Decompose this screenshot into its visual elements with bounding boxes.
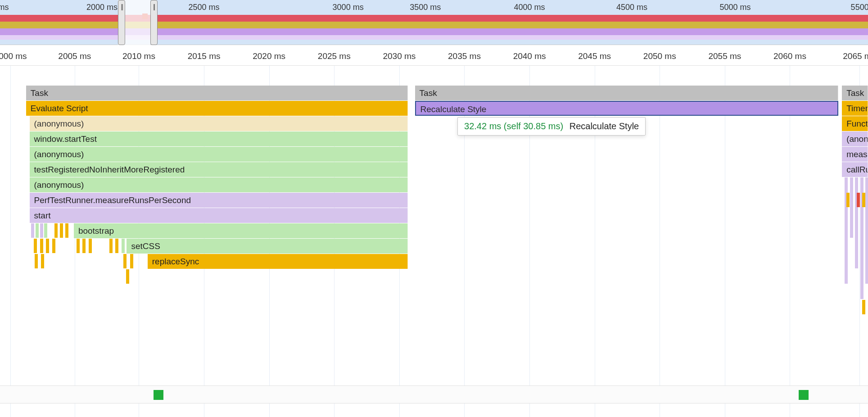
flame-chart[interactable]: TaskTaskTaskEvaluate ScriptRecalculate S… bbox=[0, 66, 868, 417]
ruler-tick: 2015 ms bbox=[188, 51, 221, 61]
flame-sliver[interactable] bbox=[40, 223, 43, 238]
flame-bar[interactable]: start bbox=[30, 208, 408, 223]
flame-sliver[interactable] bbox=[82, 239, 86, 253]
flame-bar[interactable]: setCSS bbox=[127, 239, 408, 254]
overview-tick: 4500 ms bbox=[616, 3, 647, 12]
overview-tick: 4000 ms bbox=[514, 3, 545, 12]
flame-sliver[interactable] bbox=[865, 177, 868, 284]
ruler-tick: 2010 ms bbox=[122, 51, 155, 61]
flame-sliver[interactable] bbox=[122, 239, 125, 253]
gridline bbox=[725, 66, 725, 417]
flame-bar[interactable]: Task bbox=[415, 86, 839, 100]
flame-sliver[interactable] bbox=[115, 239, 118, 253]
flame-sliver[interactable] bbox=[41, 254, 44, 268]
overview-tick: 3500 ms bbox=[410, 3, 441, 12]
drag-grip-icon: || bbox=[153, 3, 154, 10]
flame-bar[interactable]: testRegisteredNoInheritMoreRegistered bbox=[30, 162, 408, 177]
overview-tick: 0 ms bbox=[0, 3, 9, 12]
flame-bar[interactable]: bootstrap bbox=[74, 223, 408, 238]
flame-sliver[interactable] bbox=[130, 254, 133, 268]
flame-sliver[interactable] bbox=[44, 223, 47, 238]
flame-sliver[interactable] bbox=[36, 223, 39, 238]
flame-bar[interactable]: Timer F bbox=[842, 101, 868, 116]
flame-bar[interactable]: Evaluate Script bbox=[26, 101, 408, 116]
ruler-tick: 2000 ms bbox=[0, 51, 27, 61]
flame-bar[interactable]: Recalculate Style bbox=[415, 101, 839, 116]
flame-bar[interactable]: (anonymous) bbox=[30, 116, 408, 131]
flame-sliver[interactable] bbox=[54, 223, 58, 238]
gridline bbox=[660, 66, 660, 417]
flame-sliver[interactable] bbox=[52, 239, 55, 253]
ruler-tick: 2055 ms bbox=[708, 51, 741, 61]
flame-sliver[interactable] bbox=[123, 254, 127, 268]
flame-bar[interactable]: (anonymous) bbox=[30, 177, 408, 192]
ruler-tick: 2050 ms bbox=[643, 51, 676, 61]
flame-bar[interactable]: callRu bbox=[842, 162, 868, 177]
gridline bbox=[10, 66, 11, 417]
flame-sliver[interactable] bbox=[862, 300, 865, 314]
overview-handle-left[interactable]: || bbox=[118, 0, 125, 45]
flame-sliver[interactable] bbox=[855, 177, 858, 268]
flame-bar[interactable]: (anonymous) bbox=[30, 147, 408, 162]
ruler-tick: 2040 ms bbox=[513, 51, 546, 61]
flame-sliver[interactable] bbox=[862, 193, 865, 207]
flame-sliver[interactable] bbox=[109, 239, 113, 253]
ruler-tick: 2030 ms bbox=[383, 51, 416, 61]
flame-bar[interactable]: replaceSync bbox=[148, 254, 408, 269]
flame-sliver[interactable] bbox=[35, 254, 38, 268]
tooltip-event-name: Recalculate Style bbox=[570, 121, 639, 131]
flame-sliver[interactable] bbox=[846, 193, 850, 207]
network-strip bbox=[0, 385, 868, 403]
flame-bar[interactable]: Task bbox=[26, 86, 408, 100]
gridline bbox=[790, 66, 790, 417]
overview-tick: 5000 ms bbox=[719, 3, 750, 12]
overview-tick: 5500 ms bbox=[851, 3, 868, 12]
ruler-tick: 2035 ms bbox=[448, 51, 481, 61]
time-ruler[interactable]: 2000 ms2005 ms2010 ms2015 ms2020 ms2025 … bbox=[0, 45, 868, 66]
flame-sliver[interactable] bbox=[34, 239, 37, 253]
frame-marker[interactable] bbox=[154, 390, 163, 400]
flame-bar[interactable]: PerfTestRunner.measureRunsPerSecond bbox=[30, 193, 408, 208]
flame-sliver[interactable] bbox=[60, 223, 63, 238]
flame-sliver[interactable] bbox=[31, 223, 34, 238]
ruler-tick: 2020 ms bbox=[253, 51, 285, 61]
flame-sliver[interactable] bbox=[89, 239, 92, 253]
overview-minimap[interactable]: 0 ms2000 ms2500 ms3000 ms3500 ms4000 ms4… bbox=[0, 0, 868, 45]
overview-handle-right[interactable]: || bbox=[150, 0, 158, 45]
frame-marker[interactable] bbox=[799, 390, 809, 400]
flame-sliver[interactable] bbox=[46, 239, 49, 253]
drag-grip-icon: || bbox=[121, 3, 122, 10]
overview-tick: 2500 ms bbox=[189, 3, 220, 12]
flame-sliver[interactable] bbox=[126, 269, 129, 284]
flame-bar[interactable]: (anony bbox=[842, 131, 868, 146]
ruler-tick: 2045 ms bbox=[578, 51, 611, 61]
flame-bar[interactable]: window.startTest bbox=[30, 131, 408, 146]
ruler-tick: 2025 ms bbox=[318, 51, 351, 61]
ruler-tick: 2065 ms bbox=[843, 51, 868, 61]
overview-tick: 2000 ms bbox=[86, 3, 118, 12]
ruler-tick: 2005 ms bbox=[58, 51, 91, 61]
tooltip-duration: 32.42 ms (self 30.85 ms) bbox=[464, 121, 563, 131]
flame-sliver[interactable] bbox=[65, 223, 68, 238]
hover-tooltip: 32.42 ms (self 30.85 ms) Recalculate Sty… bbox=[457, 117, 646, 136]
ruler-tick: 2060 ms bbox=[773, 51, 806, 61]
flame-sliver[interactable] bbox=[857, 193, 860, 207]
flame-bar[interactable]: Task bbox=[842, 86, 868, 100]
flame-sliver[interactable] bbox=[40, 239, 43, 253]
flame-sliver[interactable] bbox=[850, 177, 853, 238]
overview-tick: 3000 ms bbox=[333, 3, 364, 12]
flame-bar[interactable]: Functio bbox=[842, 116, 868, 131]
flame-bar[interactable]: measu bbox=[842, 147, 868, 162]
flame-sliver[interactable] bbox=[77, 239, 80, 253]
